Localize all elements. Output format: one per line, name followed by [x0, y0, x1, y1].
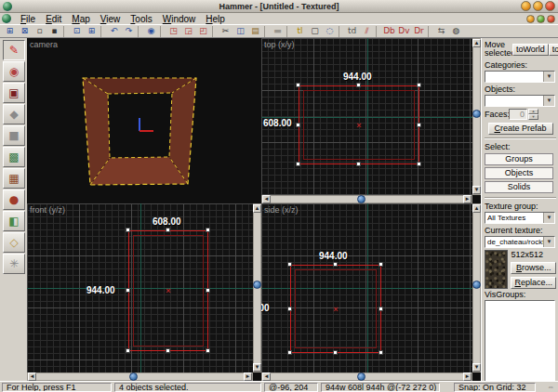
selection-handle[interactable] [417, 162, 421, 166]
tool-selection[interactable]: ✎ [3, 40, 25, 60]
menu-map[interactable]: Map [67, 13, 94, 25]
menu-file[interactable]: File [16, 13, 40, 25]
top-vscrollbar[interactable]: ▲ ▼ [472, 38, 481, 195]
selection-handle[interactable] [287, 307, 292, 311]
tool-path[interactable]: ✳ [3, 254, 25, 274]
selection-handle[interactable] [379, 307, 383, 311]
scroll-right-icon[interactable]: ► [463, 372, 472, 381]
tool-texture-application[interactable]: ▩ [3, 147, 25, 167]
undo-icon[interactable]: ↶ [107, 25, 121, 37]
selection-handle[interactable] [379, 350, 383, 355]
selection-handle[interactable] [356, 162, 361, 166]
top-hscroll-thumb[interactable] [357, 195, 365, 203]
scroll-left-icon[interactable]: ◄ [28, 372, 36, 381]
tool-apply-decals[interactable]: ● [3, 189, 25, 210]
top-hscrollbar[interactable]: ◄ ► [261, 195, 472, 203]
selection-handle[interactable] [379, 262, 383, 267]
menu-window[interactable]: Window [158, 13, 201, 25]
selection-handle[interactable] [417, 123, 421, 127]
scroll-right-icon[interactable]: ► [463, 195, 472, 203]
selection-handle[interactable] [356, 83, 361, 87]
apply-decals-icon[interactable]: ⫽ [360, 25, 374, 37]
front-hscroll-track[interactable] [36, 373, 244, 380]
copy-icon[interactable]: ◫ [233, 25, 247, 37]
selection-handle[interactable] [126, 228, 130, 232]
selection-rect-side[interactable]: × [290, 265, 381, 353]
spin-down-icon[interactable]: ▼ [528, 114, 538, 120]
load-window-state-icon[interactable]: ⊡ [70, 25, 84, 37]
viewport-front[interactable]: front (y/z) × 608.00 944.00 ▲ ▼ ◄ ► [27, 203, 261, 381]
front-hscrollbar[interactable]: ◄ ► [27, 372, 253, 381]
scroll-right-icon[interactable]: ► [244, 372, 252, 381]
group-icon[interactable]: ◳ [166, 25, 180, 37]
scroll-down-icon[interactable]: ▼ [253, 363, 261, 372]
scroll-left-icon[interactable]: ◄ [262, 372, 271, 381]
replace-button[interactable]: Replace... [511, 277, 556, 289]
menu-view[interactable]: View [96, 13, 126, 25]
cut-icon[interactable]: ✂ [219, 25, 232, 37]
texture-toggle-icon[interactable]: td [345, 25, 359, 37]
scroll-down-icon[interactable]: ▼ [472, 186, 481, 194]
redo-icon[interactable]: ↷ [122, 25, 136, 37]
side-vscroll-thumb[interactable] [472, 281, 481, 289]
selection-handle[interactable] [166, 228, 170, 232]
tool-entity[interactable]: ◆ [3, 104, 25, 124]
selection-handle[interactable] [417, 83, 421, 87]
front-grid[interactable]: front (y/z) × 608.00 944.00 [27, 203, 253, 372]
world-icon[interactable]: ◍ [449, 25, 463, 37]
selection-handle[interactable] [206, 348, 210, 353]
selection-handle[interactable] [126, 288, 130, 293]
chevron-down-icon[interactable]: ▼ [543, 237, 554, 247]
selection-handle[interactable] [296, 123, 300, 127]
toggle-cordon-icon[interactable]: ▬ [271, 25, 285, 37]
tool-camera[interactable]: ▣ [3, 83, 25, 103]
top-vscroll-thumb[interactable] [472, 110, 481, 118]
top-grid[interactable]: top (x/y) × 944.00 608.00 [261, 38, 472, 195]
smaller-grid-icon[interactable]: ▫ [33, 25, 46, 37]
chevron-down-icon[interactable]: ▼ [543, 72, 554, 82]
viewport-camera[interactable]: camera [27, 38, 261, 203]
larger-grid-icon[interactable]: ▪ [47, 25, 61, 37]
tool-magnify[interactable]: ◉ [3, 61, 25, 82]
categories-select[interactable]: ▼ [485, 71, 555, 83]
paste-icon[interactable]: ▤ [248, 25, 262, 37]
selection-handle[interactable] [333, 262, 338, 267]
viewport-top[interactable]: top (x/y) × 944.00 608.00 ▲ ▼ ◄ ► [261, 38, 481, 203]
mdi-restore-button[interactable] [537, 15, 545, 23]
side-hscroll-track[interactable] [271, 373, 463, 380]
browse-button[interactable]: Browse... [511, 262, 556, 274]
ungroup-icon[interactable]: ◲ [181, 25, 195, 37]
selection-handle[interactable] [206, 288, 210, 293]
resize-grip[interactable]: ⇔ [547, 383, 556, 391]
selection-handle[interactable] [287, 350, 292, 355]
minimize-button[interactable] [521, 1, 531, 11]
save-window-state-icon[interactable]: ⊞ [85, 25, 99, 37]
viewport-side[interactable]: side (x/z) × 944.00 944.00 ▲ ▼ ◄ ► [261, 203, 481, 381]
select-objects-button[interactable]: Objects [485, 167, 553, 179]
close-button[interactable] [545, 1, 555, 11]
selection-handle[interactable] [333, 350, 338, 355]
chevron-down-icon[interactable]: ▼ [543, 213, 554, 223]
tool-apply-texture[interactable]: ▦ [3, 168, 25, 189]
document-icon[interactable] [2, 14, 11, 23]
select-solids-button[interactable]: Solids [485, 181, 553, 193]
top-hscroll-track[interactable] [271, 196, 463, 203]
scroll-down-icon[interactable]: ▼ [472, 363, 481, 372]
visgroups-list[interactable] [485, 300, 555, 389]
run-bsp-icon[interactable]: Db [382, 25, 396, 37]
scroll-up-icon[interactable]: ▲ [253, 204, 261, 213]
texture-group-select[interactable]: All Textures ▼ [485, 212, 555, 224]
maximize-button[interactable] [533, 1, 543, 11]
selection-handle[interactable] [296, 83, 300, 87]
select-groups-button[interactable]: Groups [485, 153, 553, 165]
mdi-minimize-button[interactable] [526, 15, 535, 23]
toggle-3d-grid-icon[interactable]: ⊠ [18, 25, 32, 37]
selection-handle[interactable] [296, 162, 300, 166]
selection-rect-top[interactable]: × [299, 85, 419, 164]
side-hscroll-thumb[interactable] [357, 372, 365, 381]
to-world-button[interactable]: toWorld [512, 44, 549, 56]
current-texture-select[interactable]: de_chateau/rockf_blen ▼ [485, 236, 555, 248]
tool-clipping[interactable]: ◧ [3, 211, 25, 231]
side-vscroll-track[interactable] [473, 213, 480, 363]
selection-handle[interactable] [166, 348, 170, 353]
